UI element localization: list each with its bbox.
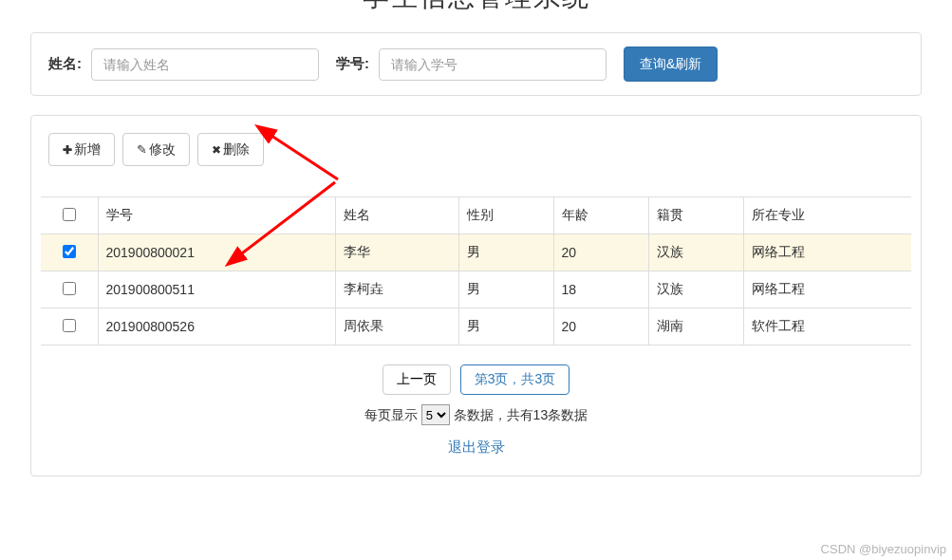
name-input[interactable] (91, 48, 319, 81)
cell-major: 网络工程 (743, 234, 911, 271)
pencil-icon (137, 140, 149, 159)
search-row: 姓名: 学号: 查询&刷新 (48, 47, 904, 82)
add-button[interactable]: 新增 (48, 133, 115, 166)
cell-name: 李柯垚 (335, 271, 458, 308)
query-refresh-button[interactable]: 查询&刷新 (624, 47, 718, 82)
current-page-indicator: 第3页，共3页 (460, 364, 570, 395)
cell-name: 李华 (335, 234, 458, 271)
cell-student-id: 201900800526 (98, 308, 335, 345)
cell-student-id: 201900800511 (98, 271, 335, 308)
toolbar: 新增 修改 删除 (41, 125, 911, 193)
header-gender: 性别 (458, 197, 553, 234)
cell-major: 软件工程 (743, 308, 911, 345)
row-checkbox[interactable] (63, 245, 76, 258)
page-info: 每页显示 5 条数据，共有13条数据 (41, 404, 911, 425)
select-all-checkbox[interactable] (63, 208, 76, 221)
cell-gender: 男 (458, 271, 553, 308)
times-icon (212, 140, 223, 159)
edit-button[interactable]: 修改 (122, 133, 190, 166)
cell-age: 20 (553, 308, 648, 345)
cell-origin: 汉族 (648, 271, 743, 308)
table-header-row: 学号 姓名 性别 年龄 籍贯 所在专业 (41, 197, 911, 234)
prev-page-button[interactable]: 上一页 (383, 364, 451, 395)
cell-age: 18 (553, 271, 648, 308)
per-page-select[interactable]: 5 (421, 404, 450, 425)
row-checkbox[interactable] (63, 282, 76, 295)
name-label: 姓名: (48, 55, 82, 73)
cell-gender: 男 (458, 308, 553, 345)
cell-gender: 男 (458, 234, 553, 271)
cell-age: 20 (553, 234, 648, 271)
cell-major: 网络工程 (743, 271, 911, 308)
table-row[interactable]: 201900800526 周依果 男 20 湖南 软件工程 (41, 308, 911, 345)
plus-icon (63, 140, 74, 159)
header-name: 姓名 (335, 197, 458, 234)
edit-button-label: 修改 (149, 140, 176, 159)
header-checkbox-cell (41, 197, 98, 234)
per-page-suffix: 条数据，共有13条数据 (454, 407, 588, 422)
per-page-prefix: 每页显示 (364, 407, 418, 422)
table-row[interactable]: 201900800511 李柯垚 男 18 汉族 网络工程 (41, 271, 911, 308)
header-origin: 籍贯 (648, 197, 743, 234)
id-label: 学号: (336, 55, 369, 73)
id-input[interactable] (379, 48, 607, 81)
cell-origin: 汉族 (648, 234, 743, 271)
table-row[interactable]: 201900800021 李华 男 20 汉族 网络工程 (41, 234, 911, 271)
delete-button[interactable]: 删除 (197, 133, 264, 166)
logout-row: 退出登录 (41, 439, 911, 457)
add-button-label: 新增 (74, 140, 101, 159)
row-checkbox[interactable] (63, 319, 76, 332)
watermark: CSDN @biyezuopinvip (821, 542, 946, 556)
header-student-id: 学号 (98, 197, 335, 234)
logout-link[interactable]: 退出登录 (448, 439, 505, 455)
table-panel: 新增 修改 删除 学号 姓名 性别 年龄 籍贯 所在专业 (30, 115, 922, 476)
page-title: 学生信息管理系统 (0, 0, 952, 15)
search-panel: 姓名: 学号: 查询&刷新 (30, 32, 922, 96)
header-major: 所在专业 (743, 197, 911, 234)
cell-name: 周依果 (335, 308, 458, 345)
cell-student-id: 201900800021 (98, 234, 335, 271)
delete-button-label: 删除 (223, 140, 250, 159)
cell-origin: 湖南 (648, 308, 743, 345)
student-table: 学号 姓名 性别 年龄 籍贯 所在专业 201900800021 李华 男 20… (41, 196, 911, 345)
pagination: 上一页 第3页，共3页 (41, 364, 911, 395)
header-age: 年龄 (553, 197, 648, 234)
